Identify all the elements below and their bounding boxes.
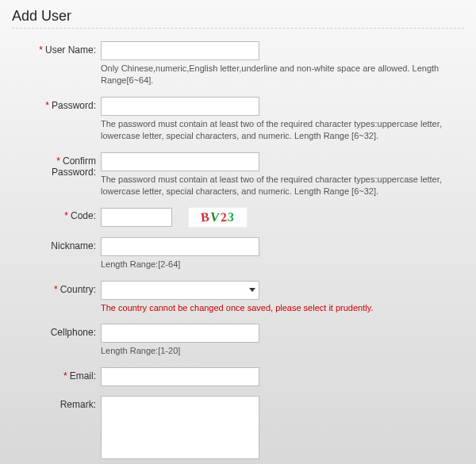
cellphone-label: Cellphone: <box>12 324 101 338</box>
nickname-input[interactable] <box>101 237 259 256</box>
username-hint: Only Chinese,numeric,English letter,unde… <box>101 63 450 87</box>
remark-label: Remark: <box>12 396 101 410</box>
required-asterisk: * <box>39 44 43 56</box>
cellphone-hint: Length Range:[1-20] <box>101 345 450 357</box>
username-label: *User Name: <box>12 41 101 56</box>
confirm-password-row: *Confirm Password: The password must con… <box>12 152 464 198</box>
username-row: *User Name: Only Chinese,numeric,English… <box>12 41 464 87</box>
remark-row: Remark: <box>12 396 464 462</box>
cellphone-input[interactable] <box>101 324 259 343</box>
country-row: *Country: The country cannot be changed … <box>12 281 464 314</box>
confirm-password-label: *Confirm Password: <box>12 152 101 178</box>
remark-textarea[interactable] <box>101 396 259 459</box>
page-title: Add User <box>12 8 464 29</box>
country-label: *Country: <box>12 281 101 295</box>
country-hint: The country cannot be changed once saved… <box>101 302 450 314</box>
confirm-password-hint: The password must contain at least two o… <box>101 174 450 198</box>
required-asterisk: * <box>45 100 49 111</box>
nickname-label: Nickname: <box>12 237 101 251</box>
required-asterisk: * <box>54 284 58 295</box>
code-row: *Code: BV23 <box>12 207 464 228</box>
cellphone-row: Cellphone: Length Range:[1-20] <box>12 324 464 357</box>
email-label: *Email: <box>12 367 101 382</box>
username-input[interactable] <box>101 41 259 60</box>
chevron-down-icon <box>249 288 255 292</box>
required-asterisk: * <box>64 210 68 221</box>
code-label: *Code: <box>12 207 101 221</box>
email-row: *Email: <box>12 367 464 386</box>
required-asterisk: * <box>63 370 67 382</box>
password-hint: The password must contain at least two o… <box>101 118 450 143</box>
country-select[interactable] <box>101 281 259 300</box>
password-row: *Password: The password must contain at … <box>12 97 464 143</box>
code-input[interactable] <box>101 208 172 227</box>
required-asterisk: * <box>56 155 60 167</box>
email-input[interactable] <box>101 367 259 386</box>
confirm-password-input[interactable] <box>101 152 259 171</box>
captcha-image[interactable]: BV23 <box>188 207 248 228</box>
password-label: *Password: <box>12 97 101 111</box>
password-input[interactable] <box>101 97 259 116</box>
nickname-hint: Length Range:[2-64] <box>101 259 450 270</box>
nickname-row: Nickname: Length Range:[2-64] <box>12 237 464 270</box>
